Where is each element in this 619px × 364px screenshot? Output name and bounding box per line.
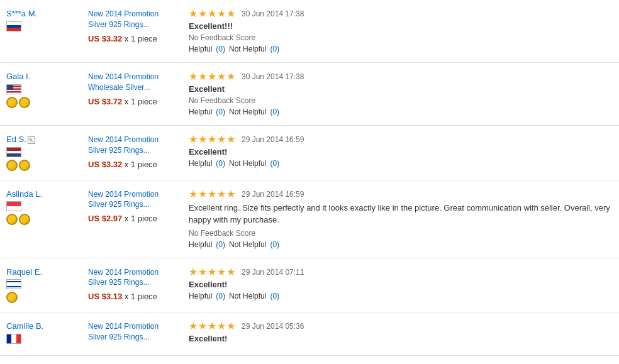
- star: ★: [226, 189, 235, 199]
- user-column: Raquel E.: [6, 267, 88, 304]
- helpful-row: Helpful(0) Not Helpful(0): [189, 292, 613, 301]
- user-name[interactable]: Gala I.: [6, 72, 82, 81]
- star: ★: [226, 72, 235, 82]
- star: ★: [217, 72, 226, 82]
- star: ★: [198, 267, 207, 277]
- product-price: US $3.32 x 1 piece: [88, 34, 176, 43]
- no-feedback-label: No Feedback Score: [189, 33, 613, 42]
- medal-icon: [6, 160, 18, 171]
- helpful-row: Helpful(0) Not Helpful(0): [189, 159, 613, 168]
- review-header: ★★★★★29 Jun 2014 05:36: [189, 321, 613, 331]
- user-name[interactable]: Aslinda L.: [6, 189, 82, 199]
- not-helpful-count[interactable]: (0): [270, 108, 279, 116]
- product-column: New 2014 Promotion Silver 925 Rings...US…: [88, 267, 182, 304]
- product-link[interactable]: New 2014 Promotion Wholesale Silver...: [88, 72, 176, 93]
- medal-row: [6, 160, 82, 171]
- review-row: S***a M.New 2014 Promotion Silver 925 Ri…: [0, 0, 619, 63]
- star: ★: [226, 9, 235, 19]
- product-link[interactable]: New 2014 Promotion Silver 925 Rings...: [88, 321, 176, 343]
- user-name[interactable]: Raquel E.: [6, 267, 82, 277]
- star: ★: [217, 9, 226, 19]
- star: ★: [226, 135, 235, 145]
- price-amount: US $2.97: [88, 214, 122, 223]
- helpful-label: Helpful: [189, 240, 212, 249]
- star: ★: [189, 321, 198, 331]
- not-helpful-label: Not Helpful: [229, 240, 266, 249]
- star: ★: [208, 135, 216, 145]
- flag-container: [6, 84, 82, 94]
- review-date: 29 Jun 2014 07:11: [242, 268, 304, 277]
- product-column: New 2014 Promotion Silver 925 Rings...: [88, 321, 182, 346]
- not-helpful-count[interactable]: (0): [270, 240, 279, 249]
- review-date: 29 Jun 2014 16:59: [242, 135, 304, 144]
- star-rating: ★★★★★: [189, 72, 235, 82]
- flag-container: [6, 333, 82, 344]
- star: ★: [226, 321, 235, 331]
- not-helpful-count[interactable]: (0): [270, 159, 279, 168]
- helpful-count[interactable]: (0): [216, 240, 225, 249]
- star: ★: [208, 72, 216, 82]
- product-price: US $3.32 x 1 piece: [88, 160, 176, 169]
- medal-icon: [19, 214, 30, 225]
- user-name[interactable]: S***a M.: [6, 9, 82, 18]
- review-column: ★★★★★30 Jun 2014 17:38Excellent!!!No Fee…: [182, 9, 613, 53]
- user-name[interactable]: Camille B.: [6, 321, 82, 331]
- star-rating: ★★★★★: [189, 267, 235, 277]
- no-feedback-label: No Feedback Score: [189, 229, 613, 238]
- product-link[interactable]: New 2014 Promotion Silver 925 Rings...: [88, 9, 176, 30]
- flag-icon: [6, 279, 21, 289]
- review-column: ★★★★★29 Jun 2014 05:36Excellent!: [182, 321, 613, 346]
- star-rating: ★★★★★: [189, 321, 235, 331]
- helpful-label: Helpful: [189, 45, 212, 53]
- medal-icon: [19, 97, 30, 108]
- star: ★: [189, 9, 198, 19]
- flag-container: [6, 201, 82, 212]
- review-column: ★★★★★30 Jun 2014 17:38ExcellentNo Feedba…: [182, 72, 613, 116]
- review-date: 29 Jun 2014 05:36: [242, 322, 304, 331]
- medal-row: [6, 97, 82, 108]
- product-price: US $2.97 x 1 piece: [88, 214, 176, 223]
- star: ★: [198, 189, 207, 199]
- not-helpful-count[interactable]: (0): [270, 292, 279, 301]
- helpful-row: Helpful(0) Not Helpful(0): [189, 240, 613, 249]
- star-rating: ★★★★★: [189, 9, 235, 19]
- not-helpful-count[interactable]: (0): [270, 45, 279, 53]
- flag-icon: [6, 21, 21, 31]
- product-link[interactable]: New 2014 Promotion Silver 925 Rings...: [88, 267, 176, 289]
- star: ★: [189, 189, 198, 199]
- helpful-count[interactable]: (0): [216, 108, 225, 116]
- flag-container: [6, 279, 82, 290]
- review-title: Excellent!: [189, 334, 613, 343]
- product-link[interactable]: New 2014 Promotion Silver 925 Rings...: [88, 189, 176, 211]
- no-feedback-label: No Feedback Score: [189, 96, 613, 105]
- product-link[interactable]: New 2014 Promotion Silver 925 Rings...: [88, 135, 176, 156]
- helpful-count[interactable]: (0): [216, 159, 225, 168]
- star: ★: [226, 267, 235, 277]
- product-price: US $3.72 x 1 piece: [88, 97, 176, 106]
- flag-icon: [6, 201, 21, 211]
- review-column: ★★★★★29 Jun 2014 16:59Excellent ring. Si…: [182, 189, 613, 249]
- product-column: New 2014 Promotion Silver 925 Rings...US…: [88, 9, 182, 53]
- star: ★: [198, 9, 207, 19]
- review-row: Ed S.✎New 2014 Promotion Silver 925 Ring…: [0, 126, 619, 180]
- review-title: Excellent!: [189, 280, 613, 289]
- user-column: S***a M.: [6, 9, 88, 53]
- price-amount: US $3.32: [88, 34, 122, 43]
- review-row: Raquel E.New 2014 Promotion Silver 925 R…: [0, 258, 619, 313]
- user-column: Aslinda L.: [6, 189, 88, 249]
- review-row: Gala I.New 2014 Promotion Wholesale Silv…: [0, 63, 619, 126]
- helpful-row: Helpful(0) Not Helpful(0): [189, 45, 613, 53]
- user-column: Gala I.: [6, 72, 88, 116]
- star: ★: [198, 72, 207, 82]
- review-header: ★★★★★29 Jun 2014 16:59: [189, 189, 613, 199]
- user-name[interactable]: Ed S.✎: [6, 135, 82, 144]
- star: ★: [208, 9, 216, 19]
- helpful-count[interactable]: (0): [216, 45, 225, 53]
- product-column: New 2014 Promotion Wholesale Silver...US…: [88, 72, 182, 116]
- edit-icon[interactable]: ✎: [28, 136, 35, 144]
- not-helpful-label: Not Helpful: [229, 108, 266, 116]
- medal-icon: [6, 97, 18, 108]
- review-date: 29 Jun 2014 16:59: [242, 190, 304, 199]
- helpful-count[interactable]: (0): [216, 292, 225, 301]
- star: ★: [208, 321, 216, 331]
